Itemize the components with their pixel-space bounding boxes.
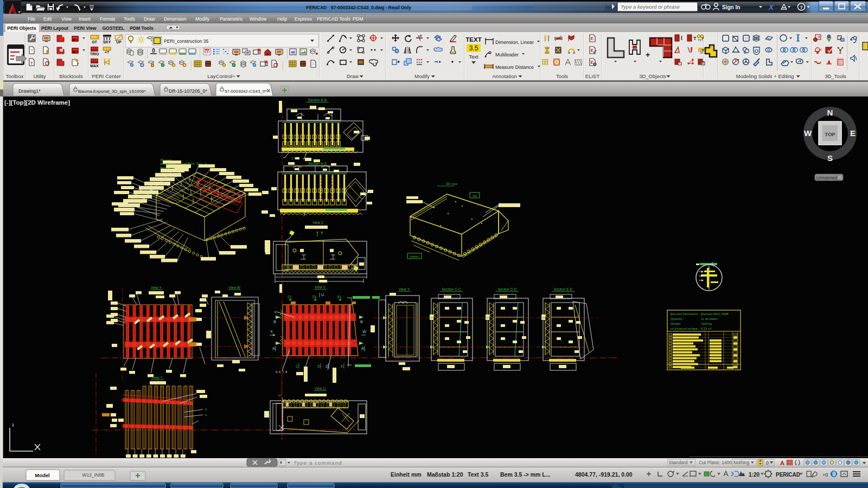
svg-text:W: W xyxy=(804,129,812,138)
svg-text:M: M xyxy=(291,50,295,55)
svg-text:B: B xyxy=(360,319,363,324)
svg-text:X: X xyxy=(768,3,774,11)
svg-text:Draw: Draw xyxy=(144,16,155,22)
svg-text:Edit: Edit xyxy=(43,16,52,22)
svg-text:Blocktools: Blocktools xyxy=(59,73,83,79)
svg-text:9.33 m²: 9.33 m² xyxy=(701,327,712,330)
svg-text:Section D-D: Section D-D xyxy=(497,287,516,291)
svg-text:Measure Distance: Measure Distance xyxy=(495,65,534,70)
svg-text:View Z: View Z xyxy=(312,221,323,224)
svg-text:PDM: PDM xyxy=(353,16,363,22)
svg-text:Modeling Solids + Editing: Modeling Solids + Editing xyxy=(736,73,794,79)
svg-text:GT: GT xyxy=(92,40,97,44)
svg-text:X: X xyxy=(270,329,273,334)
svg-text:Annotation: Annotation xyxy=(492,73,516,79)
svg-text:PERI_construction 35: PERI_construction 35 xyxy=(164,38,208,44)
svg-text:E: E xyxy=(337,294,340,299)
svg-text:0: 0 xyxy=(766,460,769,466)
svg-text:Format: Format xyxy=(100,16,115,22)
svg-text:View Y: View Y xyxy=(151,286,162,290)
svg-text:View X: View X xyxy=(399,287,410,291)
svg-text:PERI Objects: PERI Objects xyxy=(7,25,36,31)
svg-text:Modify: Modify xyxy=(195,16,210,22)
svg-text:Dimension, Linear: Dimension, Linear xyxy=(495,40,534,45)
svg-text:A: A xyxy=(780,460,784,466)
svg-text:Tools: Tools xyxy=(124,16,135,22)
svg-text:U: U xyxy=(321,292,324,297)
svg-text:?: ? xyxy=(800,5,803,10)
svg-text:[-][Top][2D Wireframe]: [-][Top][2D Wireframe] xyxy=(4,99,70,106)
svg-text:Nothing: Nothing xyxy=(733,460,750,465)
svg-text:Unnamed: Unnamed xyxy=(816,175,837,181)
svg-text:3D_Objects: 3D_Objects xyxy=(639,73,666,79)
svg-text:Help: Help xyxy=(277,16,287,22)
svg-text:Multileader: Multileader xyxy=(495,52,519,57)
svg-text:D: D xyxy=(317,364,321,369)
svg-text:View Y: View Y xyxy=(152,376,163,380)
svg-text:PDM Tools: PDM Tools xyxy=(130,25,154,31)
svg-text:Toolbox: Toolbox xyxy=(6,73,24,79)
svg-text:Element W12_IN6B: Element W12_IN6B xyxy=(701,312,729,316)
svg-text:1x as drawn: 1x as drawn xyxy=(701,317,718,320)
svg-text:Section C-C: Section C-C xyxy=(442,287,461,291)
svg-text:Modify: Modify xyxy=(414,73,430,79)
svg-text:W: W xyxy=(362,329,367,334)
svg-text:W12_IN6B: W12_IN6B xyxy=(82,472,104,478)
svg-text:Parametric: Parametric xyxy=(220,16,243,22)
svg-text:Bauma-Exponat_3D_sph_1S1006*: Bauma-Exponat_3D_sph_1S1006* xyxy=(78,89,146,94)
svg-text:DR-15-107205_0*: DR-15-107205_0* xyxy=(169,88,207,94)
svg-text:Section A-A: Section A-A xyxy=(308,162,327,165)
svg-text:Express: Express xyxy=(295,16,312,22)
svg-text:Y: Y xyxy=(321,231,323,235)
svg-text:Quantity:: Quantity: xyxy=(671,317,684,320)
svg-text:Standard: Standard xyxy=(669,460,688,465)
svg-text:Element Discription:: Element Discription: xyxy=(671,312,699,316)
svg-text:ELIST: ELIST xyxy=(585,73,600,79)
svg-text:PERICAD: PERICAD xyxy=(776,472,800,478)
svg-text:10: 10 xyxy=(278,394,281,397)
svg-text:PERICAD Tools: PERICAD Tools xyxy=(317,16,351,22)
svg-text:3.5: 3.5 xyxy=(469,44,478,52)
svg-text:TOP: TOP xyxy=(825,131,835,137)
svg-text:Section E-E: Section E-E xyxy=(554,287,573,291)
svg-text:+T: +T xyxy=(105,50,110,54)
svg-text:E: E xyxy=(591,48,594,53)
svg-text:Cut Plane: 1400: Cut Plane: 1400 xyxy=(699,460,732,465)
svg-text:m² plywood surface:: m² plywood surface: xyxy=(671,327,699,330)
svg-text:s: s xyxy=(275,310,276,313)
svg-text:PERI Center: PERI Center xyxy=(92,73,120,79)
svg-text:Bem 3.5 -> mm L...: Bem 3.5 -> mm L... xyxy=(500,471,551,478)
svg-text:Section B-B: Section B-B xyxy=(308,98,327,102)
svg-text:Utility: Utility xyxy=(33,73,46,79)
svg-text:Dimension: Dimension xyxy=(164,16,187,22)
svg-text:Weight:: Weight: xyxy=(671,322,681,325)
svg-text:Type a command: Type a command xyxy=(293,460,342,466)
svg-text:PERICAD: PERICAD xyxy=(306,5,327,10)
svg-text:Maßstab 1:20: Maßstab 1:20 xyxy=(427,471,463,478)
svg-text:3D view: 3D view xyxy=(446,182,458,185)
svg-text:View V: View V xyxy=(315,285,326,289)
svg-text:Model: Model xyxy=(35,472,49,478)
svg-text:57-0003342-CS43_0*: 57-0003342-CS43_0* xyxy=(225,89,266,94)
svg-text:T: T xyxy=(30,61,33,66)
svg-text:A: A xyxy=(361,346,364,351)
svg-text:3D_Tools: 3D_Tools xyxy=(825,73,846,79)
svg-text:Text: Text xyxy=(469,54,478,60)
svg-text:View: View xyxy=(61,16,72,22)
svg-text:E: E xyxy=(341,364,343,369)
svg-text:D: D xyxy=(312,294,316,299)
svg-text:T: T xyxy=(693,36,697,41)
svg-text:PERI Layout: PERI Layout xyxy=(41,25,68,31)
svg-text:E: E xyxy=(591,36,594,41)
svg-text:N: N xyxy=(827,108,833,117)
svg-text:View U: View U xyxy=(315,387,326,390)
svg-text:Z: Z xyxy=(326,364,328,369)
svg-text:Type a keyword or phrase: Type a keyword or phrase xyxy=(621,4,680,10)
svg-text:LayControl+: LayControl+ xyxy=(207,73,235,79)
svg-text:View W: View W xyxy=(228,286,241,290)
svg-text:1:20: 1:20 xyxy=(749,472,760,478)
svg-text:TRIO: TRIO xyxy=(90,52,99,56)
svg-text:PERI View: PERI View xyxy=(74,25,97,31)
svg-text:57-0003342-CS43_0.dwg - Read O: 57-0003342-CS43_0.dwg - Read Only xyxy=(331,5,411,10)
svg-text:C: C xyxy=(288,294,291,299)
